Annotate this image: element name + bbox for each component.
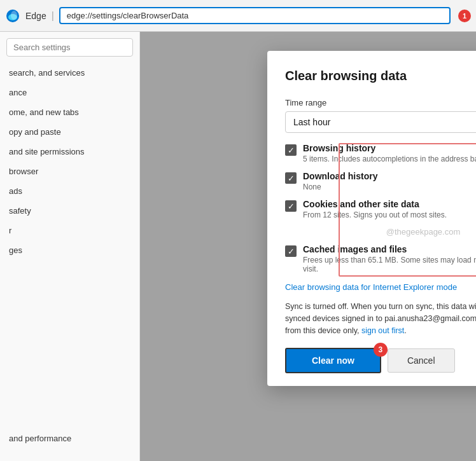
- sidebar-item-3[interactable]: opy and paste: [0, 122, 139, 142]
- sidebar-item-9[interactable]: ges: [0, 240, 139, 260]
- checkbox-label-area-2: Cookies and other site data From 12 site…: [303, 199, 447, 219]
- dialog-header: Clear browsing data ✕: [285, 69, 476, 85]
- sidebar-label-9: ges: [9, 245, 22, 255]
- checkbox-cookies[interactable]: ✓: [285, 200, 297, 212]
- checkbox-row-0: ✓ Browsing history 5 items. Includes aut…: [285, 143, 476, 163]
- sidebar-label-7: safety: [9, 206, 31, 216]
- checkbox-row-3: ✓ Cached images and files Frees up less …: [285, 244, 476, 273]
- sidebar-item-2[interactable]: ome, and new tabs: [0, 102, 139, 122]
- badge-1: 1: [458, 10, 471, 22]
- sidebar-item-5[interactable]: browser: [0, 162, 139, 181]
- dialog-footer: Clear now 3 Cancel: [285, 348, 476, 373]
- sign-out-link[interactable]: sign out first: [361, 326, 404, 335]
- check-icon-3: ✓: [288, 247, 295, 256]
- time-range-label: Time range: [285, 98, 476, 107]
- checkbox-row-2: ✓ Cookies and other site data From 12 si…: [285, 199, 476, 219]
- sidebar-label-8: r: [9, 226, 11, 235]
- sidebar-label-1: ance: [9, 88, 27, 97]
- sidebar-item-10[interactable]: and performance: [0, 429, 139, 448]
- checkbox-label-area-3: Cached images and files Frees up less th…: [303, 244, 476, 273]
- checkbox-cached[interactable]: ✓: [285, 245, 297, 257]
- sidebar-item-0[interactable]: search, and services: [0, 63, 139, 83]
- browser-name: Edge: [25, 11, 46, 21]
- browser-chrome: Edge | edge://settings/clearBrowserData …: [0, 0, 476, 32]
- watermark-text: @thegeekpage.com: [285, 227, 476, 237]
- check-icon-1: ✓: [288, 174, 295, 182]
- checkbox-download-history[interactable]: ✓: [285, 172, 297, 184]
- clear-now-button[interactable]: Clear now 3: [285, 348, 381, 373]
- sidebar: search, and services ance ome, and new t…: [0, 32, 140, 461]
- checkbox-desc-3: Frees up less than 65.1 MB. Some sites m…: [303, 256, 476, 273]
- address-divider: |: [52, 10, 54, 22]
- ie-mode-link[interactable]: Clear browsing data for Internet Explore…: [285, 282, 476, 292]
- sync-end: .: [404, 326, 406, 335]
- checkbox-desc-0: 5 items. Includes autocompletions in the…: [303, 155, 476, 163]
- checkbox-label-area-1: Download history None: [303, 171, 377, 191]
- checkbox-label-2: Cookies and other site data: [303, 199, 447, 209]
- time-range-select[interactable]: Last hour Last 24 hours Last 7 days Last…: [285, 111, 476, 133]
- checkbox-label-0: Browsing history: [303, 143, 476, 153]
- clear-now-label: Clear now: [312, 355, 354, 366]
- checkbox-label-3: Cached images and files: [303, 244, 476, 254]
- sidebar-label-3: opy and paste: [9, 127, 61, 137]
- checkbox-label-area-0: Browsing history 5 items. Includes autoc…: [303, 143, 476, 163]
- checkboxes-area: 2 ✓ Browsing history 5 items. Includes a…: [285, 143, 476, 273]
- clear-browsing-data-dialog: Clear browsing data ✕ Time range Last ho…: [267, 51, 476, 386]
- main-content: Clear browsing data ✕ Time range Last ho…: [140, 32, 476, 461]
- address-bar[interactable]: edge://settings/clearBrowserData: [59, 7, 451, 24]
- checkbox-desc-2: From 12 sites. Signs you out of most sit…: [303, 210, 447, 219]
- check-icon-0: ✓: [288, 146, 295, 155]
- sidebar-label-6: ads: [9, 186, 22, 196]
- badge-3: 3: [374, 343, 388, 357]
- sidebar-search-wrapper: [6, 38, 133, 57]
- checkbox-label-1: Download history: [303, 171, 377, 181]
- sidebar-label-10: and performance: [9, 434, 71, 443]
- sync-info: Sync is turned off. When you turn on syn…: [285, 301, 476, 336]
- sidebar-label-0: search, and services: [9, 68, 85, 78]
- time-range-wrapper: Last hour Last 24 hours Last 7 days Last…: [285, 111, 476, 133]
- sidebar-item-6[interactable]: ads: [0, 181, 139, 201]
- checkbox-browsing-history[interactable]: ✓: [285, 144, 297, 156]
- sidebar-item-8[interactable]: r: [0, 221, 139, 240]
- sidebar-label-4: and site permissions: [9, 147, 85, 156]
- cancel-button[interactable]: Cancel: [388, 348, 455, 373]
- sidebar-label-2: ome, and new tabs: [9, 107, 79, 117]
- url-text: edge://settings/clearBrowserData: [67, 11, 188, 20]
- sidebar-item-4[interactable]: and site permissions: [0, 142, 139, 162]
- checkbox-row-1: ✓ Download history None: [285, 171, 476, 191]
- sidebar-search-input[interactable]: [6, 38, 133, 57]
- svg-point-2: [11, 11, 17, 20]
- edge-logo: [5, 8, 20, 24]
- sidebar-item-7[interactable]: safety: [0, 201, 139, 221]
- sidebar-item-1[interactable]: ance: [0, 83, 139, 102]
- page-background: search, and services ance ome, and new t…: [0, 32, 476, 461]
- checkbox-desc-1: None: [303, 182, 377, 191]
- check-icon-2: ✓: [288, 202, 295, 210]
- dialog-title: Clear browsing data: [285, 69, 407, 83]
- sidebar-label-5: browser: [9, 167, 38, 176]
